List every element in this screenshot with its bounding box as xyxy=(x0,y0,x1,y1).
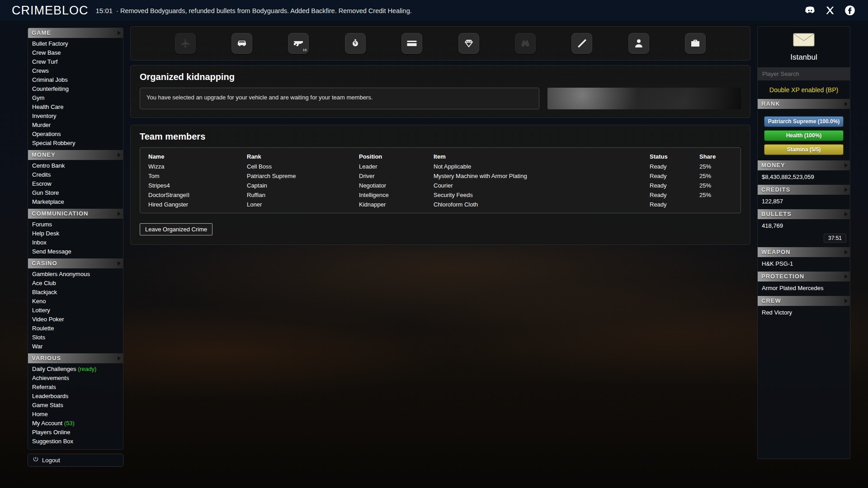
sidebar-item-crew-turf[interactable]: Crew Turf xyxy=(28,57,123,66)
x-icon[interactable] xyxy=(824,4,836,17)
chevron-right-icon xyxy=(844,250,848,254)
sidebar-item-home[interactable]: Home xyxy=(28,410,123,419)
sidebar-item-health-care[interactable]: Health Care xyxy=(28,103,123,112)
sidebar-item-marketplace[interactable]: Marketplace xyxy=(28,197,123,206)
sidebar-item-centro-bank[interactable]: Centro Bank xyxy=(28,161,123,170)
sidebar-section-header-money: MONEY xyxy=(28,150,123,160)
sidebar-item-lottery[interactable]: Lottery xyxy=(28,306,123,315)
sidebar-item-keno[interactable]: Keno xyxy=(28,297,123,306)
chevron-right-icon xyxy=(844,274,848,279)
news-time: 15:01 xyxy=(96,7,113,14)
sidebar-item-referrals[interactable]: Referrals xyxy=(28,383,123,392)
sidebar-item-daily-challenges[interactable]: Daily Challenges (ready) xyxy=(28,365,123,374)
team-members-panel: Team members NameRankPositionItemStatusS… xyxy=(130,125,750,245)
sidebar-item-crew-base[interactable]: Crew Base xyxy=(28,48,123,57)
sidebar-item-murder[interactable]: Murder xyxy=(28,121,123,130)
sidebar-item-inventory[interactable]: Inventory xyxy=(28,112,123,121)
health-button[interactable]: Health (100%) xyxy=(764,130,844,141)
organized-crime-title: Organized kidnapping xyxy=(140,72,741,82)
sidebar-item-players-online[interactable]: Players Online xyxy=(28,428,123,437)
news-text: · Removed Bodyguards, refunded bullets f… xyxy=(116,7,412,14)
garage-icon[interactable] xyxy=(231,33,252,54)
sidebar-item-blackjack[interactable]: Blackjack xyxy=(28,288,123,297)
bodyguard-icon[interactable] xyxy=(628,33,649,54)
sidebar-item-bullet-factory[interactable]: Bullet Factory xyxy=(28,39,123,48)
sidebar-item-help-desk[interactable]: Help Desk xyxy=(28,229,123,238)
current-city: Istanbul xyxy=(758,53,850,62)
sidebar-section-header-various: VARIOUS xyxy=(28,353,123,363)
stamina-button[interactable]: Stamina (5/5) xyxy=(764,144,844,155)
sidebar-item-slots[interactable]: Slots xyxy=(28,333,123,342)
sidebar-item-video-poker[interactable]: Video Poker xyxy=(28,315,123,324)
sidebar-item-gym[interactable]: Gym xyxy=(28,94,123,103)
sidebar-item-special-robbery[interactable]: Special Robbery xyxy=(28,139,123,148)
leave-organized-crime-button[interactable]: Leave Organized Crime xyxy=(140,223,212,235)
facebook-icon[interactable] xyxy=(844,4,856,17)
table-header-position: Position xyxy=(356,151,431,162)
sidebar-item-inbox[interactable]: Inbox xyxy=(28,238,123,247)
table-row: TomPatriarch SupremeDriverMystery Machin… xyxy=(146,171,735,181)
sidebar-item-roulette[interactable]: Roulette xyxy=(28,324,123,333)
sidebar-item-gamblers-anonymous[interactable]: Gamblers Anonymous xyxy=(28,270,123,279)
scout-icon[interactable] xyxy=(515,33,536,54)
main-content: 16 Organized kidnapping You have selecte… xyxy=(130,26,750,245)
credits-value: 122,857 xyxy=(758,195,850,209)
sidebar-item-credits[interactable]: Credits xyxy=(28,170,123,179)
sidebar-item-ace-club[interactable]: Ace Club xyxy=(28,279,123,288)
bullet-factory-timer: 37:51 xyxy=(824,234,846,243)
melee-icon[interactable] xyxy=(571,33,592,54)
chevron-right-icon xyxy=(118,153,121,157)
sidebar-item-operations[interactable]: Operations xyxy=(28,130,123,139)
sidebar-item-escrow[interactable]: Escrow xyxy=(28,179,123,188)
sidebar-item-suggestion-box[interactable]: Suggestion Box xyxy=(28,437,123,446)
table-header-rank: Rank xyxy=(244,151,356,162)
chevron-right-icon xyxy=(118,31,121,35)
chevron-right-icon xyxy=(844,163,848,168)
rank-section-header: RANK xyxy=(758,99,850,109)
table-header-row: NameRankPositionItemStatusShare xyxy=(146,151,735,162)
business-icon[interactable] xyxy=(685,33,706,54)
player-search-input[interactable] xyxy=(758,67,850,80)
logout-button[interactable]: Logout xyxy=(28,454,123,467)
team-members-title: Team members xyxy=(140,131,741,142)
table-header-item: Item xyxy=(431,151,647,162)
sidebar-item-counterfeiting[interactable]: Counterfeiting xyxy=(28,84,123,94)
protection-section-header: PROTECTION xyxy=(758,272,850,282)
money-section-header: MONEY xyxy=(758,160,850,170)
logout-label: Logout xyxy=(42,457,60,464)
bullets-section-header: BULLETS xyxy=(758,209,850,219)
jewelry-icon[interactable] xyxy=(458,33,479,54)
discord-icon[interactable] xyxy=(804,4,816,17)
logout-icon xyxy=(33,456,39,464)
crew-section-header: CREW xyxy=(758,296,850,306)
gun-icon[interactable]: 16 xyxy=(288,33,309,54)
sidebar-item-forums[interactable]: Forums xyxy=(28,220,123,229)
organized-crime-panel: Organized kidnapping You have selected a… xyxy=(130,65,750,118)
table-header-name: Name xyxy=(146,151,244,162)
double-xp-status: Double XP enabled (BP) xyxy=(758,80,850,99)
heist-icon[interactable] xyxy=(345,33,366,54)
sidebar-item-gun-store[interactable]: Gun Store xyxy=(28,188,123,197)
credits-section-header: CREDITS xyxy=(758,185,850,195)
bullets-value: 418,769 xyxy=(758,219,850,234)
table-header-status: Status xyxy=(647,151,697,162)
chevron-right-icon xyxy=(118,211,121,216)
chevron-right-icon xyxy=(844,188,848,192)
travel-icon[interactable] xyxy=(175,33,196,54)
left-sidebar: GAMEBullet FactoryCrew BaseCrew TurfCrew… xyxy=(28,28,123,467)
team-members-table: NameRankPositionItemStatusShare WizzaCel… xyxy=(140,147,741,213)
mail-icon[interactable] xyxy=(793,40,815,48)
table-header-share: Share xyxy=(697,151,735,162)
bank-icon[interactable] xyxy=(401,33,422,54)
sidebar-item-my-account[interactable]: My Account (53) xyxy=(28,419,123,428)
sidebar-item-achievements[interactable]: Achievements xyxy=(28,374,123,383)
sidebar-section-header-communication: COMMUNICATION xyxy=(28,209,123,219)
sidebar-item-war[interactable]: War xyxy=(28,342,123,351)
sidebar-item-leaderboards[interactable]: Leaderboards xyxy=(28,392,123,401)
sidebar-item-send-message[interactable]: Send Message xyxy=(28,247,123,256)
rank-progress-button[interactable]: Patriarch Supreme (100.0%) xyxy=(764,116,844,127)
sidebar-item-criminal-jobs[interactable]: Criminal Jobs xyxy=(28,75,123,84)
sidebar-item-game-stats[interactable]: Game Stats xyxy=(28,401,123,410)
sidebar-item-crews[interactable]: Crews xyxy=(28,66,123,75)
table-row: Stripes4CaptainNegotiatorCourierReady25% xyxy=(146,181,735,190)
